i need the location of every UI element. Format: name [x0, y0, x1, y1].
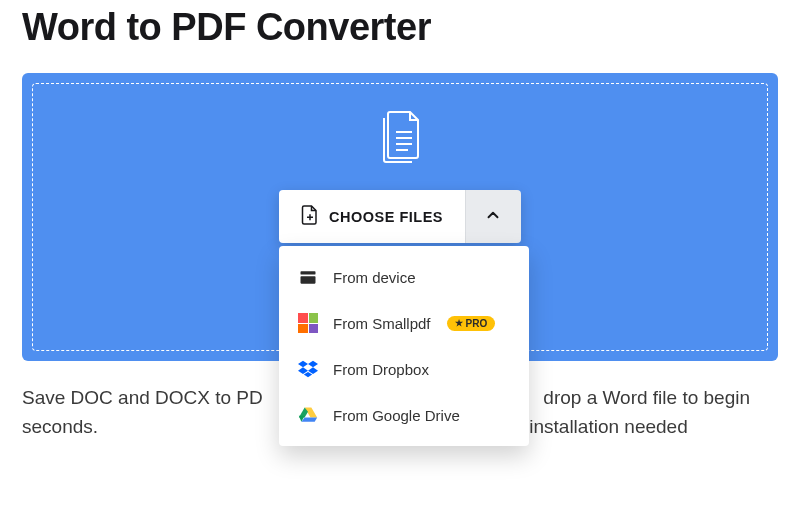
chevron-up-icon: [484, 206, 502, 228]
add-file-icon: [301, 204, 319, 229]
device-icon: [297, 266, 319, 288]
source-from-google-drive[interactable]: From Google Drive: [279, 392, 529, 438]
page-title: Word to PDF Converter: [22, 0, 778, 73]
source-label: From Google Drive: [333, 407, 460, 424]
pro-badge: PRO: [447, 316, 496, 331]
source-from-device[interactable]: From device: [279, 254, 529, 300]
choose-files-group: CHOOSE FILES: [279, 190, 521, 243]
documents-icon: [368, 106, 432, 170]
source-label: From device: [333, 269, 416, 286]
dropzone-container: CHOOSE FILES: [22, 73, 778, 361]
dropbox-icon: [297, 358, 319, 380]
source-label: From Smallpdf: [333, 315, 431, 332]
google-drive-icon: [297, 404, 319, 426]
source-dropdown: From device From Smallpdf PRO: [279, 246, 529, 446]
choose-files-label: CHOOSE FILES: [329, 209, 443, 225]
source-from-dropbox[interactable]: From Dropbox: [279, 346, 529, 392]
dropzone[interactable]: CHOOSE FILES: [32, 83, 768, 351]
source-label: From Dropbox: [333, 361, 429, 378]
svg-rect-7: [301, 276, 316, 284]
source-dropdown-toggle[interactable]: [465, 190, 521, 243]
choose-files-button[interactable]: CHOOSE FILES: [279, 190, 465, 243]
source-from-smallpdf[interactable]: From Smallpdf PRO: [279, 300, 529, 346]
smallpdf-icon: [297, 312, 319, 334]
svg-rect-6: [301, 271, 316, 274]
